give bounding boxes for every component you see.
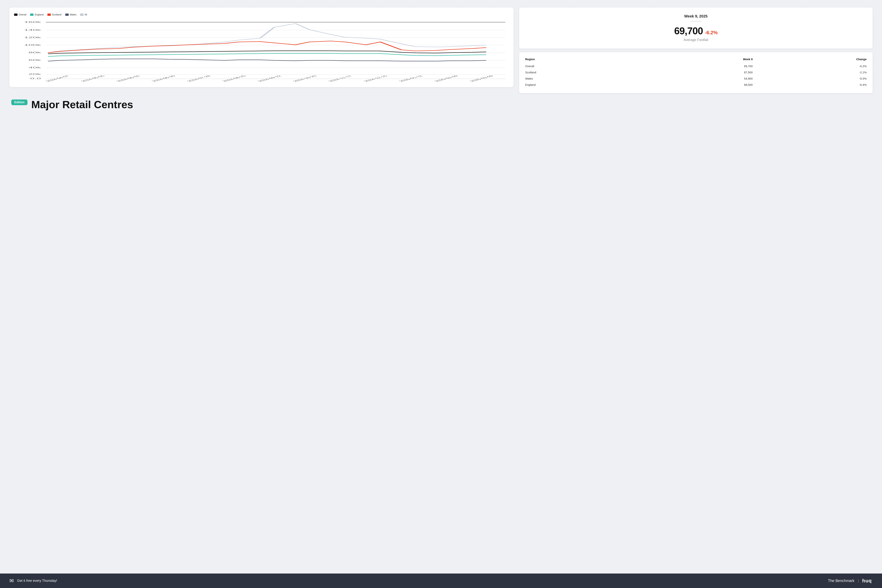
bottom-section: Edition Major Retail Centres: [9, 99, 873, 110]
top-row: Overall England Scotland Wales NI: [9, 8, 873, 93]
cell-region: Scotland: [525, 69, 646, 75]
svg-text:160k: 160k: [24, 21, 41, 23]
stat-value-row: 69,700 -6.2%: [526, 25, 865, 36]
week-label: Week 9, 2025: [526, 14, 865, 18]
footfall-label: Average Footfall: [526, 38, 865, 42]
cell-week9: 69,700: [646, 63, 753, 69]
data-table: Region Week 9 Change Overall 69,700 -6.2…: [525, 57, 867, 88]
england-line: [48, 53, 486, 56]
table-row: England 68,500 -6.4%: [525, 82, 867, 88]
svg-text:40k: 40k: [28, 66, 41, 69]
svg-text:2024-07-28: 2024-07-28: [186, 75, 212, 82]
edition-badge: Edition: [11, 99, 27, 105]
cell-change: -6.4%: [753, 82, 867, 88]
cell-region: Overall: [525, 63, 646, 69]
table-row: Scotland 87,500 -2.1%: [525, 69, 867, 75]
legend-label-overall: Overall: [19, 13, 26, 16]
svg-text:2024-10-20: 2024-10-20: [291, 75, 318, 82]
svg-text:2024-06-02: 2024-06-02: [115, 75, 141, 82]
svg-text:60k: 60k: [28, 59, 41, 61]
table-row: Wales 54,900 -9.3%: [525, 75, 867, 82]
footer-brand: The Benchmark | huq▪: [828, 578, 873, 584]
svg-text:100k: 100k: [24, 44, 41, 46]
legend-label-wales: Wales: [70, 13, 76, 16]
legend-label-england: England: [34, 13, 44, 16]
legend-england: England: [30, 13, 44, 16]
stat-divider: [690, 21, 702, 21]
cell-change: -6.2%: [753, 63, 867, 69]
cell-week9: 87,500: [646, 69, 753, 75]
legend-wales: Wales: [65, 13, 76, 16]
footer-cta: Get it free every Thursday!: [17, 579, 57, 583]
stat-panel: Week 9, 2025 69,700 -6.2% Average Footfa…: [519, 8, 873, 48]
chart-legend: Overall England Scotland Wales NI: [14, 13, 509, 16]
svg-text:140k: 140k: [24, 29, 41, 31]
svg-text:2024-11-17: 2024-11-17: [327, 75, 354, 82]
footfall-value: 69,700: [674, 25, 703, 36]
legend-color-ni: [80, 14, 84, 16]
right-panels: Week 9, 2025 69,700 -6.2% Average Footfa…: [519, 8, 873, 93]
wales-line: [48, 59, 486, 61]
brand-separator: |: [858, 579, 859, 583]
ni-line: [48, 24, 486, 52]
table-panel: Region Week 9 Change Overall 69,700 -6.2…: [519, 52, 873, 93]
cell-change: -2.1%: [753, 69, 867, 75]
chart-area: 160k 140k 120k 100k 80k 60k 40k 20k 0.0: [14, 20, 509, 83]
huq-dot: ▪: [872, 579, 873, 581]
svg-text:2025-03-09: 2025-03-09: [468, 75, 495, 82]
line-chart: 160k 140k 120k 100k 80k 60k 40k 20k 0.0: [14, 20, 509, 83]
cell-region: England: [525, 82, 646, 88]
svg-text:2024-04-07: 2024-04-07: [44, 75, 71, 82]
svg-text:2024-08-25: 2024-08-25: [221, 75, 248, 82]
cell-change: -9.3%: [753, 75, 867, 82]
benchmark-label: The Benchmark: [828, 579, 854, 583]
svg-text:80k: 80k: [28, 51, 41, 54]
col-region: Region: [525, 57, 646, 63]
cell-week9: 68,500: [646, 82, 753, 88]
email-icon: ✉: [9, 578, 14, 584]
chart-panel: Overall England Scotland Wales NI: [9, 8, 513, 87]
legend-color-wales: [65, 14, 69, 16]
svg-text:2024-12-15: 2024-12-15: [362, 75, 389, 82]
svg-text:2024-06-30: 2024-06-30: [150, 75, 177, 82]
svg-text:0.0: 0.0: [30, 77, 41, 80]
footer-left: ✉ Get it free every Thursday!: [9, 578, 57, 584]
table-row: Overall 69,700 -6.2%: [525, 63, 867, 69]
col-week9: Week 9: [646, 57, 753, 63]
legend-ni: NI: [80, 13, 87, 16]
svg-text:2024-05-05: 2024-05-05: [80, 75, 106, 82]
cell-week9: 54,900: [646, 75, 753, 82]
footfall-change: -6.2%: [705, 30, 718, 36]
table-header-row: Region Week 9 Change: [525, 57, 867, 63]
svg-text:2024-09-22: 2024-09-22: [256, 75, 283, 82]
svg-text:120k: 120k: [24, 36, 41, 39]
legend-color-england: [30, 14, 33, 16]
svg-text:2025-02-09: 2025-02-09: [433, 75, 459, 82]
page-title: Major Retail Centres: [31, 99, 133, 110]
legend-color-overall: [14, 14, 18, 16]
svg-text:2025-01-12: 2025-01-12: [398, 75, 424, 82]
svg-text:20k: 20k: [28, 73, 41, 75]
legend-label-scotland: Scotland: [52, 13, 62, 16]
footer: ✉ Get it free every Thursday! The Benchm…: [0, 573, 882, 588]
legend-overall: Overall: [14, 13, 26, 16]
col-change: Change: [753, 57, 867, 63]
huq-logo: huq▪: [862, 578, 873, 584]
legend-scotland: Scotland: [47, 13, 62, 16]
cell-region: Wales: [525, 75, 646, 82]
main-content: Overall England Scotland Wales NI: [0, 0, 882, 573]
legend-color-scotland: [47, 14, 51, 16]
legend-label-ni: NI: [85, 13, 87, 16]
